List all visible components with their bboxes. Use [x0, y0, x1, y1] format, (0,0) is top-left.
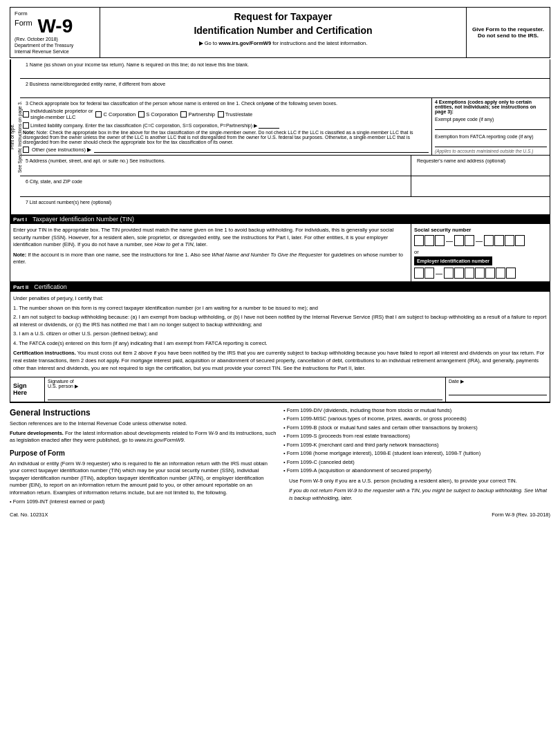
part1-note: Note: If the account is in more than one…: [13, 252, 408, 266]
ssn-dash2: —: [476, 237, 483, 245]
date-label: Date ▶: [449, 379, 547, 384]
ein-box4[interactable]: [454, 268, 464, 279]
ssn-box7[interactable]: [494, 235, 504, 246]
row5-input[interactable]: [23, 163, 408, 174]
part2-title: Certification: [34, 283, 67, 290]
checkbox-s-corp[interactable]: S Corporation: [138, 111, 178, 118]
ssn-box9[interactable]: [515, 235, 525, 246]
ein-group2[interactable]: [444, 268, 516, 279]
gi-right-bullets: • Form 1099-DIV (dividends, including th…: [283, 407, 550, 475]
exempt-payee-input[interactable]: [435, 123, 547, 130]
ein-box9[interactable]: [506, 268, 516, 279]
checkbox-other-box[interactable]: [23, 147, 29, 153]
ssn-group1[interactable]: [414, 235, 445, 246]
ein-box6[interactable]: [475, 268, 485, 279]
checkbox-trust-box[interactable]: [218, 111, 224, 118]
checkbox-partnership[interactable]: Partnership: [180, 111, 214, 118]
ein-group1[interactable]: [414, 268, 434, 279]
row5-right-input[interactable]: [414, 163, 547, 174]
checkbox-llc[interactable]: Limited liability company. Enter the tax…: [23, 122, 429, 129]
gi-bullet-1099int: • Form 1099-INT (interest earned or paid…: [10, 498, 277, 506]
row1-input[interactable]: [23, 67, 547, 77]
ein-box8[interactable]: [496, 268, 505, 279]
gi-right-col: • Form 1099-DIV (dividends, including th…: [283, 407, 550, 507]
checkbox-llc-box[interactable]: [23, 122, 29, 129]
gi-right-bullet: • Form 1099-DIV (dividends, including th…: [283, 407, 550, 415]
ssn-box8[interactable]: [505, 235, 514, 246]
form-id-block: Form Form W-9 (Rev. October 2018) Depart…: [10, 8, 100, 57]
other-input[interactable]: [94, 147, 429, 153]
sign-here-label: Sign Here: [10, 377, 45, 402]
other-label: Other (see instructions) ▶: [32, 147, 91, 153]
ssn-box2[interactable]: [424, 235, 434, 246]
ein-box7[interactable]: [485, 268, 495, 279]
row-business-name: 2 Business name/disregarded entity name,…: [20, 79, 550, 98]
ssn-box4[interactable]: [454, 235, 464, 246]
form-give-form-note: Give Form to the requester. Do not send …: [467, 8, 550, 57]
ein-box5[interactable]: [465, 268, 474, 279]
checkbox-individual-label: Individual/sole proprietor orsingle-memb…: [30, 108, 93, 120]
part1-header: Part I Taxpayer Identification Number (T…: [10, 214, 550, 224]
llc-input[interactable]: [259, 122, 279, 129]
exempt-payee-label: Exempt payee code (if any): [435, 117, 547, 122]
ssn-group2[interactable]: [454, 235, 474, 246]
checkbox-c-corp[interactable]: C Corporation: [95, 111, 136, 118]
ein-input-area: —: [414, 268, 547, 279]
row4-label: 4 Exemptions (codes apply only to certai…: [435, 100, 547, 114]
part2-under-penalties: Under penalties of perjury, I certify th…: [13, 294, 547, 302]
row2-input[interactable]: [23, 86, 547, 96]
gi-purpose-title: Purpose of Form: [10, 449, 277, 458]
row2-label: 2 Business name/disregarded entity name,…: [23, 80, 547, 86]
requester-address: Requester's name and address (optional): [411, 156, 550, 176]
form-website-info: ▶ Go to www.irs.gov/FormW9 for instructi…: [104, 40, 462, 46]
checkbox-individual-box[interactable]: [23, 111, 29, 118]
side-label-print: Print or type.: [10, 124, 15, 150]
form-main-title: Request for Taxpayer Identification Numb…: [104, 10, 462, 37]
checkbox-trust[interactable]: Trust/estate: [218, 111, 252, 118]
date-input-line[interactable]: [449, 386, 547, 395]
side-label-container: Print or type. See Specific Instructions…: [10, 59, 20, 214]
row-city: 6 City, state, and ZIP code: [20, 176, 550, 197]
llc-row: Limited liability company. Enter the tax…: [23, 122, 429, 129]
ein-box2[interactable]: [424, 268, 434, 279]
checkbox-individual[interactable]: Individual/sole proprietor orsingle-memb…: [23, 108, 93, 120]
form-dept: Department of the Treasury: [15, 42, 95, 48]
part2-item4: 4. The FATCA code(s) entered on this for…: [13, 339, 547, 347]
form-title-block: Request for Taxpayer Identification Numb…: [100, 8, 467, 57]
checkbox-partnership-label: Partnership: [188, 111, 214, 118]
part1-num: Part I: [13, 216, 27, 223]
row7-input[interactable]: [23, 205, 547, 213]
ein-box1[interactable]: [414, 268, 424, 279]
llc-note-text: Note: Note: Check the appropriate box in…: [23, 130, 429, 144]
form-main-body: Print or type. See Specific Instructions…: [10, 59, 550, 402]
checkbox-c-corp-box[interactable]: [95, 111, 102, 118]
ssn-box5[interactable]: [465, 235, 474, 246]
ssn-dash1: —: [446, 237, 453, 245]
part2-content: Under penalties of perjury, I certify th…: [10, 292, 550, 377]
form-fields: 1 Name (as shown on your income tax retu…: [20, 59, 550, 214]
fatca-input[interactable]: [435, 140, 547, 147]
gi-section-note: Section references are to the Internal R…: [10, 420, 277, 428]
ssn-box6[interactable]: [484, 235, 494, 246]
row6-input[interactable]: [23, 184, 408, 195]
ssn-box1[interactable]: [414, 235, 424, 246]
gi-italic-note: If you do not return Form W-9 to the req…: [283, 487, 550, 502]
form-irs: Internal Revenue Service: [15, 48, 95, 55]
ein-label: Employer identification number: [414, 256, 492, 265]
fatca-label: Exemption from FATCA reporting code (if …: [435, 134, 547, 139]
ssn-group3[interactable]: [484, 235, 525, 246]
sign-date-field[interactable]: Date ▶: [446, 377, 550, 402]
gi-left-col: General Instructions Section references …: [10, 407, 277, 507]
ssn-box3[interactable]: [435, 235, 445, 246]
row-tax-classification: 3 Check appropriate box for federal tax …: [20, 98, 550, 156]
part2-num: Part II: [13, 284, 28, 290]
ein-box3[interactable]: [444, 268, 454, 279]
sign-here-section: Sign Here Signature of U.S. person ▶ Dat…: [10, 377, 550, 402]
row7-label: 7 List account number(s) here (optional): [23, 198, 547, 205]
gi-right-bullet: • Form 1099-A (acquisition or abandonmen…: [283, 467, 550, 475]
part1-tin-boxes: Social security number — —: [411, 224, 550, 281]
sign-signature-field[interactable]: Signature of U.S. person ▶: [45, 377, 446, 402]
checkbox-partnership-box[interactable]: [180, 111, 187, 118]
checkbox-s-corp-box[interactable]: [138, 111, 144, 118]
sig-input-line[interactable]: [48, 391, 442, 400]
